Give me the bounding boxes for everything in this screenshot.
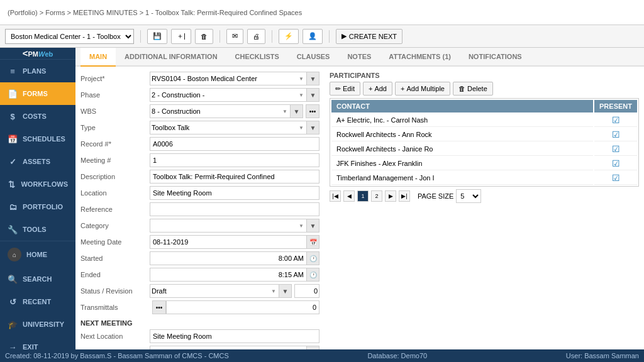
breadcrumb-info: (Portfolio) > Forms > MEETING MINUTES > … [5,9,302,16]
sidebar-item-home[interactable]: ⌂ HOME [0,241,75,268]
project-field[interactable]: RVS0104 - Boston Medical Center [150,72,307,85]
reference-input[interactable] [150,202,319,216]
sidebar-item-portfolio[interactable]: 🗂 PORTFOLIO [0,195,75,218]
description-input[interactable] [150,170,319,184]
print-button[interactable]: 🖨 [247,29,265,44]
pag-last-btn[interactable]: ▶| [399,190,410,202]
sidebar-label-plans: PLANS [23,67,46,75]
tab-attachments[interactable]: ATTACHMENTS (1) [380,48,460,67]
email-button[interactable]: ✉ [226,29,243,44]
save-button[interactable]: 💾 [147,29,167,44]
lightning-button[interactable]: ⚡ [279,29,299,44]
tab-notifications[interactable]: NOTIFICATIONS [460,48,531,67]
wbs-more-btn[interactable]: ••• [306,104,319,118]
ended-label: Ended [80,271,150,278]
phase-field[interactable]: 2 - Construction - [150,88,307,102]
meeting-date-cal-btn[interactable]: 📅 [307,235,319,249]
created-info: Created: 08-11-2019 by Bassam.S - Bassam… [5,352,229,359]
revision-input[interactable] [294,284,319,298]
participants-table: CONTACT PRESENT A+ Electric, Inc. - Carr… [330,98,639,187]
started-time-btn[interactable]: 🕐 [307,251,319,265]
record-label: Record #* [80,140,150,148]
pag-prev-btn[interactable]: ◀ [343,190,355,202]
sidebar-item-tools[interactable]: 🔧 TOOLS [0,218,75,241]
pag-page2-btn[interactable]: 2 [371,190,382,202]
search-icon: 🔍 [8,274,18,284]
tab-checklists[interactable]: CHECKLISTS [226,48,288,67]
status-field[interactable]: Draft [150,284,279,298]
user-info: User: Bassam Samman [566,352,639,359]
page-size-select[interactable]: 5 [456,189,481,203]
contact-cell: Rockwell Architects - Janice Ro [331,143,593,156]
pag-page1-btn[interactable]: 1 [357,190,369,202]
user-button[interactable]: 👤 [303,29,323,44]
participants-toolbar: ✏ Edit + Add + Add Multiple 🗑 [330,82,639,96]
sidebar-item-search[interactable]: 🔍 SEARCH [0,268,75,290]
wbs-field[interactable]: 8 - Construction [150,104,291,118]
project-value: RVS0104 - Boston Medical Center [152,75,257,82]
status-value: Draft [152,287,167,295]
present-check[interactable]: ☑ [612,115,620,125]
sidebar-item-exit[interactable]: → EXIT [0,336,75,349]
tab-notes[interactable]: NOTES [338,48,380,67]
status-dropdown-btn[interactable]: ▼ [279,284,292,298]
participants-add-multiple-btn[interactable]: + Add Multiple [395,82,450,96]
delete-button[interactable]: 🗑 [195,29,213,44]
create-next-button[interactable]: ▶ CREATE NEXT [336,29,402,44]
tab-additional[interactable]: ADDITIONAL INFORMATION [116,48,226,67]
next-location-input[interactable] [150,329,319,343]
location-input[interactable] [150,186,319,200]
workflows-icon: ⇅ [8,179,16,189]
present-check[interactable]: ☑ [612,158,620,168]
phase-dropdown-btn[interactable]: ▼ [307,88,319,102]
category-dropdown-btn[interactable]: ▼ [307,219,319,233]
contact-cell: JFK Finishes - Alex Franklin [331,157,593,170]
next-meeting-title: NEXT MEETING [80,319,319,327]
ended-time-btn[interactable]: 🕐 [307,268,319,282]
project-selector[interactable]: Boston Medical Center - 1 - Toolbox [5,29,134,44]
ended-input[interactable] [150,268,307,282]
sidebar-label-assets: ASSETS [23,158,50,165]
meeting-date-input[interactable] [150,235,307,249]
started-input[interactable] [150,251,307,265]
sidebar-item-schedules[interactable]: 📅 SCHEDULES [0,128,75,150]
present-check[interactable]: ☑ [612,173,620,183]
tab-bar: MAIN ADDITIONAL INFORMATION CHECKLISTS C… [75,48,644,67]
page-size-label: PAGE SIZE [418,192,453,200]
sidebar-item-assets[interactable]: ✓ ASSETS [0,150,75,173]
category-field[interactable] [150,219,307,233]
transmittals-input[interactable] [166,300,319,314]
wbs-dropdown-btn[interactable]: ▼ [291,104,303,118]
status-label: Status / Revision [80,287,150,295]
meeting-input[interactable]: 1 [150,153,319,167]
present-check[interactable]: ☑ [612,144,620,154]
type-field[interactable]: Toolbox Talk [150,121,307,134]
participants-edit-btn[interactable]: ✏ Edit [330,82,360,96]
type-label: Type [80,124,150,131]
sidebar-item-costs[interactable]: $ COSTS [0,105,75,128]
participants-delete-btn[interactable]: 🗑 Delete [453,82,493,96]
sidebar-item-workflows[interactable]: ⇅ WORKFLOWS [0,173,75,195]
transmittals-label: Transmittals [80,304,150,311]
university-icon: 🎓 [8,319,18,329]
participants-row: JFK Finishes - Alex Franklin ☑ [331,157,637,170]
tab-main[interactable]: MAIN [80,48,116,67]
sidebar-item-plans[interactable]: ≡ PLANS [0,60,75,82]
divider-2 [219,30,220,43]
costs-icon: $ [8,111,18,121]
add-button[interactable]: ＋| [171,29,191,44]
pag-first-btn[interactable]: |◀ [330,190,341,202]
project-dropdown-btn[interactable]: ▼ [307,72,319,85]
type-dropdown-btn[interactable]: ▼ [307,121,319,134]
pag-next-btn[interactable]: ▶ [385,190,396,202]
present-cell: ☑ [594,157,637,170]
record-input[interactable]: A0006 [150,137,319,151]
sidebar-item-recent[interactable]: ↺ RECENT [0,290,75,313]
participants-add-btn[interactable]: + Add [363,82,392,96]
tab-clauses[interactable]: CLAUSES [288,48,339,67]
sidebar-item-forms[interactable]: 📄 FORMS [0,82,75,105]
transmittals-more-btn[interactable]: ••• [152,300,166,314]
sidebar-item-university[interactable]: 🎓 UNIVERSITY [0,313,75,336]
home-icon: ⌂ [8,248,21,261]
present-check[interactable]: ☑ [612,129,620,140]
